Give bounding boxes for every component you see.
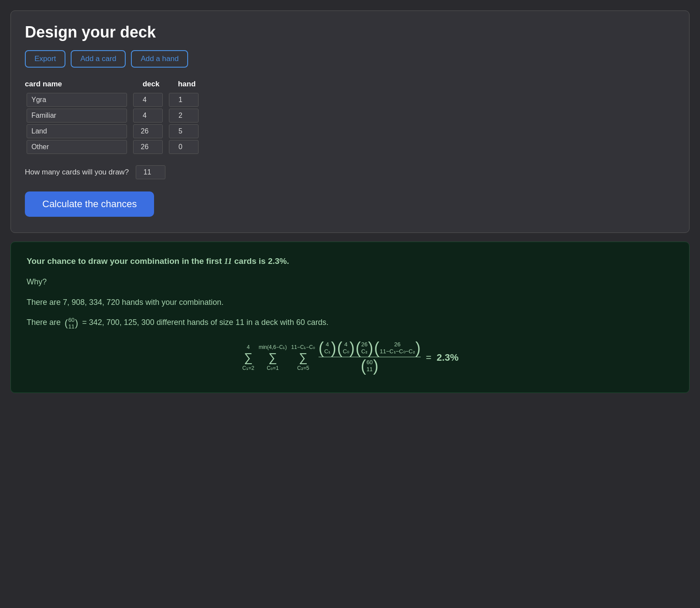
explanation-line2: There are ( 60 11 ) = 342, 700, 125, 300… xyxy=(27,315,673,331)
card-name-cell xyxy=(25,92,129,108)
card-hand-cell xyxy=(165,92,200,108)
card-deck-cell xyxy=(129,123,165,139)
card-deck-cell xyxy=(129,139,165,155)
card-hand-input[interactable] xyxy=(169,124,199,138)
table-row xyxy=(25,139,200,155)
result-headline: Your chance to draw your combination in … xyxy=(27,254,673,268)
top-panel: Design your deck Export Add a card Add a… xyxy=(10,10,690,233)
card-name-cell xyxy=(25,123,129,139)
card-deck-cell xyxy=(129,92,165,108)
card-hand-input[interactable] xyxy=(169,109,199,123)
card-deck-input[interactable] xyxy=(133,124,163,138)
table-row xyxy=(25,123,200,139)
draw-input[interactable] xyxy=(136,165,165,179)
table-row xyxy=(25,92,200,108)
line2-suffix: = 342, 700, 125, 300 different hands of … xyxy=(82,318,329,327)
card-name-cell xyxy=(25,139,129,155)
card-hand-cell xyxy=(165,123,200,139)
add-hand-button[interactable]: Add a hand xyxy=(131,50,188,68)
table-row xyxy=(25,108,200,123)
col-header-name: card name xyxy=(25,80,129,92)
export-button[interactable]: Export xyxy=(25,50,65,68)
explanation-line1: There are 7, 908, 334, 720 hands with yo… xyxy=(27,296,673,309)
headline-pct: 2.3%. xyxy=(268,256,289,266)
calculate-button[interactable]: Calculate the chances xyxy=(25,191,154,217)
card-hand-input[interactable] xyxy=(169,93,199,107)
col-header-hand: hand xyxy=(165,80,200,92)
card-hand-input[interactable] xyxy=(169,140,199,154)
toolbar: Export Add a card Add a hand xyxy=(25,50,675,68)
line2-prefix: There are xyxy=(27,318,61,327)
card-name-cell xyxy=(25,108,129,123)
card-name-input[interactable] xyxy=(27,140,127,154)
col-header-deck: deck xyxy=(129,80,165,92)
card-hand-cell xyxy=(165,139,200,155)
add-card-button[interactable]: Add a card xyxy=(71,50,126,68)
sigma-c2: 11−C₁−C₀ ∑ C₂=5 xyxy=(291,343,315,373)
binom-k: 11 xyxy=(68,323,74,330)
card-name-input[interactable] xyxy=(27,109,127,123)
draw-label: How many cards will you draw? xyxy=(25,168,129,177)
sigma-c1: 4 ∑ C₁=2 xyxy=(242,343,254,373)
card-name-input[interactable] xyxy=(27,124,127,138)
binom-n: 60 xyxy=(68,317,74,324)
headline-number: 11 xyxy=(224,256,232,266)
main-fraction: ( 4 C₁ ) ( 4 C₀ ) ( xyxy=(319,340,421,376)
card-name-input[interactable] xyxy=(27,93,127,107)
formula-block: 4 ∑ C₁=2 min(4,6−C₁) ∑ C₀=1 11−C₁−C₀ ∑ C… xyxy=(27,340,673,376)
headline-prefix: Your chance to draw your combination in … xyxy=(27,256,222,266)
card-deck-cell xyxy=(129,108,165,123)
card-table: card name deck hand xyxy=(25,80,200,155)
card-deck-input[interactable] xyxy=(133,109,163,123)
headline-suffix: cards is xyxy=(234,256,266,266)
why-link[interactable]: Why? xyxy=(27,275,673,289)
card-deck-input[interactable] xyxy=(133,93,163,107)
page-title: Design your deck xyxy=(25,23,675,41)
card-hand-cell xyxy=(165,108,200,123)
equals-sign: = xyxy=(426,349,432,365)
result-percentage: 2.3% xyxy=(437,349,459,365)
results-panel: Your chance to draw your combination in … xyxy=(10,242,690,393)
sigma-c0: min(4,6−C₁) ∑ C₀=1 xyxy=(259,343,287,373)
card-deck-input[interactable] xyxy=(133,140,163,154)
draw-row: How many cards will you draw? xyxy=(25,165,675,179)
